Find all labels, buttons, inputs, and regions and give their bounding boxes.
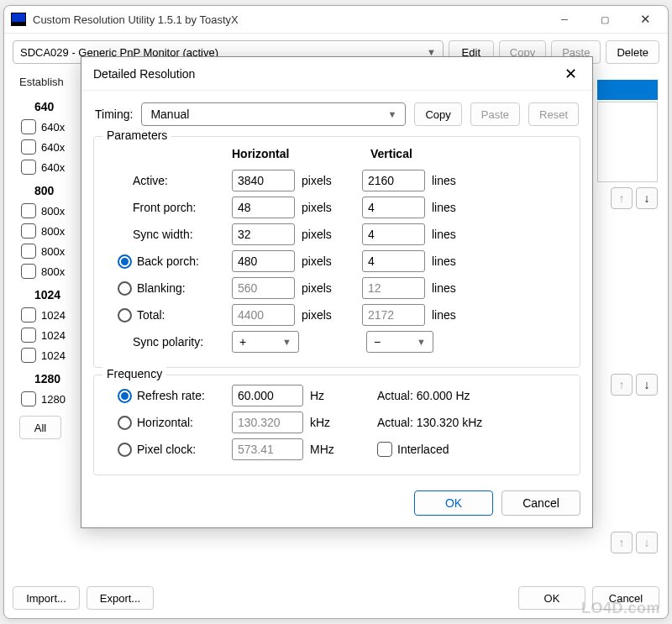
active-h-input[interactable] (232, 170, 295, 191)
checkbox[interactable] (21, 244, 36, 259)
interlaced-checkbox[interactable] (377, 442, 392, 457)
app-icon (11, 13, 26, 26)
move-up-button[interactable]: ↑ (611, 532, 633, 553)
selected-resolution[interactable] (597, 80, 658, 100)
checkbox[interactable] (21, 139, 36, 155)
timing-label: Timing: (95, 107, 133, 121)
timing-select[interactable]: Manual ▼ (141, 102, 406, 126)
checkbox[interactable] (21, 328, 36, 343)
pixelclock-input[interactable] (232, 438, 303, 460)
refresh-radio[interactable] (118, 389, 132, 403)
horizontal-header: Horizontal (232, 147, 370, 160)
export-button[interactable]: Export... (87, 586, 154, 610)
pixelclock-radio[interactable] (118, 443, 132, 457)
maximize-button[interactable]: ▢ (585, 7, 624, 32)
total-v-input[interactable] (362, 304, 425, 326)
dialog-close-button[interactable]: ✕ (558, 63, 584, 85)
horizontal-actual: Actual: 130.320 kHz (354, 416, 482, 429)
checkbox[interactable] (21, 348, 36, 363)
horizontal-input[interactable] (232, 412, 303, 433)
frontporch-v-input[interactable] (362, 197, 425, 218)
sync-polarity-h-select[interactable]: +▼ (232, 331, 299, 353)
watermark: LO4D.com (581, 600, 660, 617)
window-title: Custom Resolution Utility 1.5.1 by Toast… (33, 13, 545, 26)
dialog-copy-button[interactable]: Copy (414, 102, 461, 126)
checkbox[interactable] (21, 223, 36, 239)
active-v-input[interactable] (362, 170, 425, 191)
import-button[interactable]: Import... (13, 586, 80, 610)
backporch-radio[interactable] (118, 254, 132, 269)
frequency-fieldset: Frequency Refresh rate: Hz Actual: 60.00… (93, 375, 580, 475)
move-down-button[interactable]: ↓ (636, 374, 658, 396)
blanking-h-input[interactable] (232, 277, 295, 299)
checkbox[interactable] (21, 160, 36, 175)
chevron-down-icon: ▼ (417, 337, 426, 347)
refresh-actual: Actual: 60.000 Hz (354, 389, 470, 402)
checkbox[interactable] (21, 264, 36, 279)
chevron-down-icon: ▼ (282, 337, 291, 347)
main-ok-button[interactable]: OK (518, 586, 585, 610)
dialog-title: Detailed Resolution (93, 67, 558, 81)
move-down-button[interactable]: ↓ (636, 187, 658, 209)
dialog-reset-button[interactable]: Reset (528, 102, 579, 126)
frontporch-h-input[interactable] (232, 197, 295, 218)
checkbox[interactable] (21, 307, 36, 322)
backporch-v-input[interactable] (362, 250, 425, 272)
checkbox[interactable] (21, 391, 36, 406)
refresh-input[interactable] (232, 385, 303, 406)
total-radio[interactable] (118, 308, 132, 322)
syncwidth-h-input[interactable] (232, 223, 295, 245)
close-button[interactable]: ✕ (626, 7, 664, 32)
checkbox[interactable] (21, 203, 36, 218)
sync-polarity-v-select[interactable]: −▼ (366, 331, 433, 353)
titlebar: Custom Resolution Utility 1.5.1 by Toast… (4, 6, 668, 34)
chevron-down-icon: ▼ (388, 109, 397, 119)
syncwidth-v-input[interactable] (362, 223, 425, 245)
resolution-listbox[interactable] (597, 102, 658, 182)
horizontal-radio[interactable] (118, 416, 132, 430)
move-up-button[interactable]: ↑ (611, 374, 633, 396)
delete-button[interactable]: Delete (606, 40, 659, 64)
vertical-header: Vertical (370, 147, 509, 160)
backporch-h-input[interactable] (232, 250, 295, 272)
all-button[interactable]: All (19, 416, 61, 439)
move-down-button[interactable]: ↓ (636, 532, 658, 553)
checkbox[interactable] (21, 119, 36, 134)
parameters-fieldset: Parameters Horizontal Vertical Active: p… (93, 136, 580, 368)
dialog-cancel-button[interactable]: Cancel (501, 490, 580, 516)
total-h-input[interactable] (232, 304, 295, 326)
dialog-ok-button[interactable]: OK (414, 490, 493, 516)
side-panel: ↑ ↓ ↑ ↓ ↑ ↓ (597, 80, 658, 553)
blanking-v-input[interactable] (362, 277, 425, 299)
move-up-button[interactable]: ↑ (611, 187, 633, 209)
blanking-radio[interactable] (118, 281, 132, 296)
minimize-button[interactable]: ─ (545, 7, 584, 32)
dialog-paste-button[interactable]: Paste (470, 102, 520, 126)
detailed-resolution-dialog: Detailed Resolution ✕ Timing: Manual ▼ C… (81, 56, 593, 528)
